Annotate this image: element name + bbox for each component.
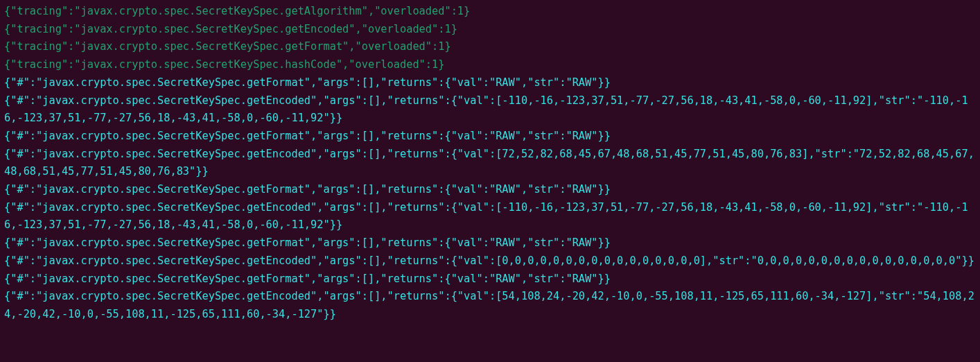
terminal-output: {"tracing":"javax.crypto.spec.SecretKeyS… [0,0,980,327]
log-line-tracing: {"tracing":"javax.crypto.spec.SecretKeyS… [4,5,470,17]
log-line-call: {"#":"javax.crypto.spec.SecretKeySpec.ge… [4,273,611,285]
log-line-tracing: {"tracing":"javax.crypto.spec.SecretKeyS… [4,58,444,71]
log-line-call: {"#":"javax.crypto.spec.SecretKeySpec.ge… [4,201,968,232]
log-line-call: {"#":"javax.crypto.spec.SecretKeySpec.ge… [4,236,611,249]
log-line-tracing: {"tracing":"javax.crypto.spec.SecretKeyS… [4,23,457,35]
log-line-call: {"#":"javax.crypto.spec.SecretKeySpec.ge… [4,76,611,89]
log-line-call: {"#":"javax.crypto.spec.SecretKeySpec.ge… [4,290,974,320]
log-line-call: {"#":"javax.crypto.spec.SecretKeySpec.ge… [4,255,974,267]
log-line-call: {"#":"javax.crypto.spec.SecretKeySpec.ge… [4,183,611,196]
log-line-call: {"#":"javax.crypto.spec.SecretKeySpec.ge… [4,148,974,178]
log-line-call: {"#":"javax.crypto.spec.SecretKeySpec.ge… [4,94,968,125]
log-line-call: {"#":"javax.crypto.spec.SecretKeySpec.ge… [4,130,611,142]
log-line-tracing: {"tracing":"javax.crypto.spec.SecretKeyS… [4,40,451,53]
